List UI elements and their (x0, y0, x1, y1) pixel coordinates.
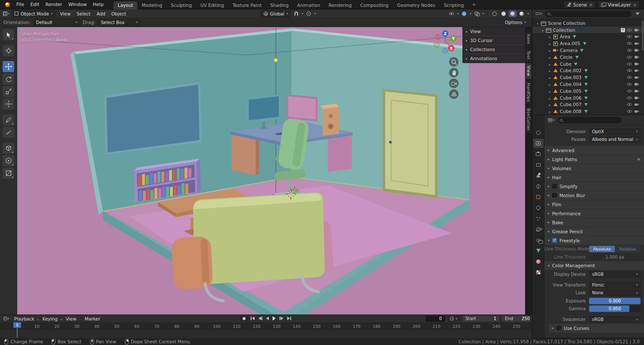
sidebar-panel-header[interactable]: 3D Cursor (462, 36, 525, 45)
disable-in-render-icon[interactable] (634, 89, 641, 94)
hide-in-viewport-icon[interactable] (626, 82, 633, 87)
timeline-menu-item[interactable]: View (63, 316, 82, 321)
panel-simplify[interactable]: Simplify (544, 182, 644, 191)
outliner-item-cube002[interactable]: Cube.002 (532, 67, 644, 74)
disclosure-icon[interactable] (547, 89, 553, 94)
workspace-tab[interactable]: Rendering (325, 1, 356, 9)
timeline-editor-type-button[interactable]: ▾ (3, 315, 10, 322)
hide-in-viewport-icon[interactable] (626, 102, 633, 107)
motion-blur-checkbox[interactable] (552, 193, 557, 198)
playhead-marker[interactable]: 0 (13, 322, 21, 328)
disable-in-render-icon[interactable] (634, 82, 641, 87)
tab-tool[interactable] (533, 128, 544, 137)
disable-in-render-icon[interactable] (634, 34, 641, 39)
panel-grease-pencil[interactable]: Grease Pencil (544, 227, 644, 236)
proportional-options-caret[interactable]: ▾ (314, 12, 316, 15)
current-frame-field[interactable]: 0 (425, 316, 445, 322)
shading-rendered-button[interactable] (518, 10, 526, 17)
outliner-editor-type-button[interactable]: ▾ (535, 10, 543, 17)
axis-negz-ball[interactable] (443, 48, 448, 53)
timeline-menu-item[interactable]: Keying (39, 316, 63, 321)
panel-hair[interactable]: Hair (544, 173, 644, 182)
play-reverse-button[interactable] (265, 316, 270, 321)
collection-checkbox[interactable] (621, 28, 625, 32)
disclosure-icon[interactable] (547, 82, 553, 87)
outliner-item-cube006[interactable]: Cube.006 (532, 95, 644, 101)
menu-item[interactable]: Window (65, 2, 90, 7)
tab-object[interactable] (533, 192, 544, 202)
sidebar-tab[interactable]: View (526, 63, 532, 79)
outliner-item-circle[interactable]: Circle (532, 54, 644, 61)
disable-in-render-icon[interactable] (634, 95, 641, 101)
shading-caret[interactable]: ▾ (527, 12, 529, 15)
axis-negx-ball[interactable] (435, 34, 440, 40)
viewport-menu-item[interactable]: Select (74, 11, 94, 16)
outliner-collection-row[interactable]: Collection (532, 27, 644, 34)
outliner-item-area[interactable]: Area (532, 33, 644, 40)
orientation-dropdown[interactable]: Default (33, 19, 80, 26)
axis-negy-ball[interactable] (434, 43, 439, 48)
outliner-scene-collection-row[interactable]: Scene Collection (532, 20, 644, 27)
viewlayer-remove-icon[interactable] (633, 2, 637, 7)
disclosure-icon[interactable] (547, 75, 553, 80)
menu-item[interactable]: Render (43, 2, 65, 7)
navigation-gizmo[interactable]: Z Y X (431, 28, 459, 55)
disclosure-icon[interactable] (547, 109, 553, 114)
simplify-checkbox[interactable] (552, 184, 557, 189)
jump-to-end-button[interactable] (286, 316, 292, 321)
annotate-tool[interactable] (3, 114, 14, 125)
outliner-filter-button[interactable] (634, 10, 641, 17)
outliner-item-cube007[interactable]: Cube.007 (532, 101, 644, 108)
shading-solid-button[interactable] (500, 10, 507, 17)
workspace-tab[interactable]: Animation (293, 1, 325, 9)
viewlayer-selector[interactable]: ViewLayer (598, 1, 640, 8)
hide-in-viewport-icon[interactable] (626, 41, 633, 46)
record-button[interactable] (240, 316, 248, 321)
gizmos-caret[interactable]: ▾ (469, 12, 472, 15)
outliner-item-cube003[interactable]: Cube.003 (532, 74, 644, 81)
timeline-menu-item[interactable]: Playback (11, 316, 39, 321)
outliner-item-cube[interactable]: Cube (532, 61, 644, 67)
disclosure-icon[interactable] (547, 34, 553, 39)
tab-physics[interactable] (533, 225, 544, 234)
absolute-option[interactable]: Absolute (589, 246, 615, 252)
door[interactable] (383, 89, 437, 198)
sidebar-tab[interactable]: Item (526, 31, 532, 47)
disclosure-icon[interactable] (547, 102, 553, 107)
disclosure-icon[interactable] (547, 61, 553, 67)
cursor-tool[interactable] (3, 45, 14, 56)
proportional-edit-button[interactable] (305, 10, 313, 17)
add-cube-tool[interactable] (3, 143, 14, 154)
tab-texture[interactable] (533, 268, 544, 277)
timeline-track-area[interactable] (0, 330, 532, 338)
tab-view-layer[interactable] (533, 160, 544, 169)
menu-item[interactable]: Help (90, 2, 106, 7)
disable-in-render-icon[interactable] (634, 75, 641, 80)
snap-toggle-button[interactable] (292, 10, 300, 17)
playback-sync-button[interactable]: ▾ (448, 316, 460, 322)
hide-in-viewport-icon[interactable] (626, 48, 633, 53)
viewport-menu-item[interactable]: Object (108, 11, 129, 16)
outliner-item-cube004[interactable]: Cube.004 (532, 81, 644, 88)
disable-in-render-icon[interactable] (634, 27, 641, 33)
transform-tool[interactable] (3, 98, 14, 110)
outliner-item-area005[interactable]: Area.005 (532, 40, 644, 47)
tab-particles[interactable] (533, 214, 544, 223)
outliner-item-cube008[interactable]: Cube.008 (532, 108, 644, 115)
disable-in-render-icon[interactable] (634, 41, 641, 46)
workspace-tab[interactable]: Layout (113, 1, 137, 9)
gizmos-toggle-button[interactable] (460, 10, 468, 17)
play-button[interactable] (271, 315, 277, 321)
tab-output[interactable] (533, 150, 544, 159)
rotate-tool[interactable] (3, 73, 14, 85)
outliner-item-cube005[interactable]: Cube.005 (532, 88, 644, 95)
display-device-dropdown[interactable]: sRGB (589, 271, 641, 278)
relative-option[interactable]: Relative (615, 246, 641, 252)
pan-hand-button[interactable] (449, 68, 459, 77)
disable-in-render-icon[interactable] (634, 102, 641, 107)
workspace-tab[interactable]: Modeling (137, 1, 167, 9)
scene-unlink-icon[interactable] (589, 2, 592, 7)
disclosure-icon[interactable] (540, 27, 546, 33)
sequencer-dropdown[interactable]: sRGB (589, 316, 641, 323)
disclosure-icon[interactable] (535, 21, 541, 26)
